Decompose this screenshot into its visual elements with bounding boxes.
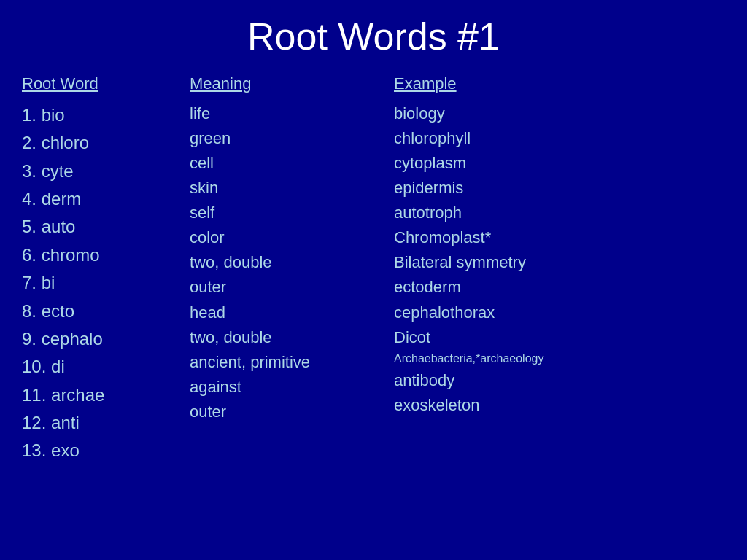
example-column: Example biologychlorophyllcytoplasmepide… — [387, 73, 678, 545]
list-item: biology — [394, 101, 678, 126]
list-item: 5. auto — [22, 213, 175, 241]
list-item: 11. archae — [22, 381, 175, 409]
list-item: 4. derm — [22, 185, 175, 213]
list-item: color — [190, 225, 387, 250]
content-area: Root Word 1. bio2. chloro3. cyte4. derm5… — [22, 73, 725, 545]
page: Root Words #1 Root Word 1. bio2. chloro3… — [0, 0, 747, 560]
list-item: skin — [190, 176, 387, 201]
example-list: biologychlorophyllcytoplasmepidermisauto… — [394, 101, 678, 418]
list-item: outer — [190, 400, 387, 424]
list-item: ancient, primitive — [190, 350, 387, 375]
page-title: Root Words #1 — [22, 15, 725, 58]
list-item: exoskeleton — [394, 393, 678, 418]
list-item: 6. chromo — [22, 241, 175, 269]
list-item: chlorophyll — [394, 126, 678, 151]
list-item: self — [190, 201, 387, 225]
list-item: epidermis — [394, 176, 678, 201]
list-item: 2. chloro — [22, 129, 175, 157]
list-item: outer — [190, 275, 387, 300]
list-item: two, double — [190, 250, 387, 275]
root-word-header: Root Word — [22, 73, 175, 96]
list-item: Archaebacteria,*archaeology — [394, 350, 678, 368]
list-item: 7. bi — [22, 269, 175, 297]
list-item: 3. cyte — [22, 158, 175, 185]
list-item: 10. di — [22, 353, 175, 381]
list-item: ectoderm — [394, 275, 678, 300]
list-item: 1. bio — [22, 101, 175, 129]
list-item: autotroph — [394, 201, 678, 225]
list-item: 9. cephalo — [22, 325, 175, 353]
meaning-list: lifegreencellskinselfcolortwo, doubleout… — [190, 101, 387, 424]
meaning-header: Meaning — [190, 73, 387, 96]
list-item: 12. anti — [22, 409, 175, 437]
list-item: 13. exo — [22, 437, 175, 464]
list-item: cell — [190, 151, 387, 176]
list-item: head — [190, 300, 387, 325]
meaning-column: Meaning lifegreencellskinselfcolortwo, d… — [182, 73, 387, 545]
example-header: Example — [394, 73, 678, 96]
list-item: Chromoplast* — [394, 225, 678, 250]
list-item: green — [190, 126, 387, 151]
root-word-column: Root Word 1. bio2. chloro3. cyte4. derm5… — [22, 73, 182, 545]
list-item: cytoplasm — [394, 151, 678, 176]
root-word-list: 1. bio2. chloro3. cyte4. derm5. auto6. c… — [22, 101, 175, 465]
list-item: life — [190, 101, 387, 126]
list-item: Dicot — [394, 325, 678, 350]
list-item: antibody — [394, 368, 678, 393]
list-item: Bilateral symmetry — [394, 250, 678, 275]
list-item: against — [190, 375, 387, 400]
list-item: 8. ecto — [22, 298, 175, 325]
list-item: cephalothorax — [394, 300, 678, 325]
list-item: two, double — [190, 325, 387, 350]
